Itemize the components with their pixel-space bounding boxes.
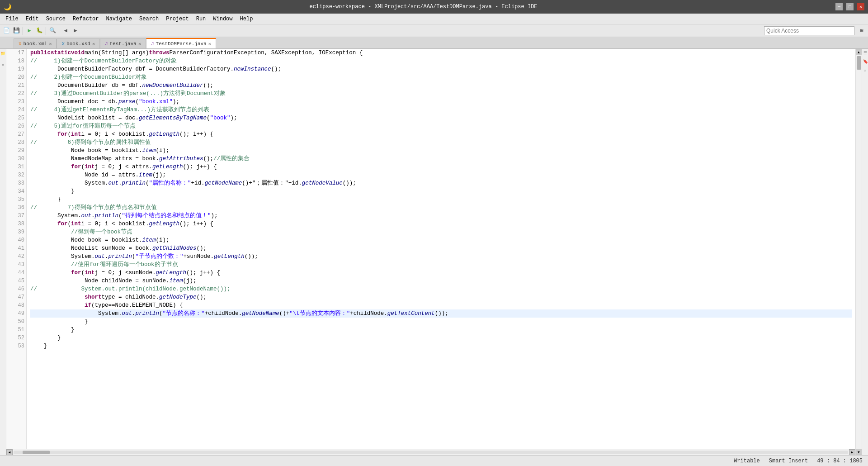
scroll-up-button[interactable]: ▲ xyxy=(856,49,862,55)
code-editor: 17 18 19 20 21 22 23 24 25 26 27 28 29 3… xyxy=(6,49,855,455)
horizontal-scroll-thumb[interactable] xyxy=(23,451,50,454)
menu-run[interactable]: Run xyxy=(193,15,210,23)
status-insert: Smart Insert xyxy=(769,458,808,464)
horizontal-scroll-track[interactable] xyxy=(14,451,848,454)
code-line-40: Node book = booklist.item(i); xyxy=(30,236,852,244)
vertical-scrollbar[interactable]: ▲ ▼ xyxy=(855,49,862,455)
forward-icon[interactable]: ▶ xyxy=(71,26,80,35)
code-line-52: } xyxy=(30,334,852,342)
status-position: 49 : 84 : 1805 xyxy=(817,458,863,464)
code-line-21: DocumentBuilder db = dbf.newDocumentBuil… xyxy=(30,81,852,90)
bookmarks-icon[interactable]: 🔖 xyxy=(862,57,868,66)
code-line-51: } xyxy=(30,326,852,334)
code-content[interactable]: public static void main(String[] args) t… xyxy=(27,49,855,449)
tab-book-xml[interactable]: X book.xml ✕ xyxy=(14,38,57,48)
code-line-39: //得到每一个book节点 xyxy=(30,228,852,236)
code-scroll-area[interactable]: 17 18 19 20 21 22 23 24 25 26 27 28 29 3… xyxy=(6,49,855,449)
menu-project[interactable]: Project xyxy=(162,15,192,23)
menu-help[interactable]: Help xyxy=(236,15,257,23)
perspective-icon[interactable]: ⊞ xyxy=(857,26,866,35)
quick-access-box xyxy=(764,26,854,35)
code-line-53: } xyxy=(30,342,852,350)
tab-icon-book-xsd: X xyxy=(61,41,65,47)
status-bar: Writable Smart Insert 49 : 84 : 1805 xyxy=(0,455,868,466)
code-line-29: Node book = booklist.item(i); xyxy=(30,147,852,155)
toolbar-separator-1 xyxy=(23,27,23,35)
menu-edit[interactable]: Edit xyxy=(22,15,42,23)
main-area: 📁 ≡ 17 18 19 20 21 22 23 24 25 26 27 28 … xyxy=(0,49,868,455)
menu-window[interactable]: Window xyxy=(209,15,236,23)
tab-label-book-xsd: book.xsd xyxy=(66,41,90,47)
code-line-36: // 7)得到每个节点的节点名和节点值 xyxy=(30,204,852,212)
toolbar: 📄 💾 ▶ 🐛 🔍 ◀ ▶ ⊞ xyxy=(0,24,868,37)
title-bar-icon: 🌙 xyxy=(4,3,11,11)
tab-icon-testdomparse-java: J xyxy=(151,41,154,47)
code-line-37: System.out.println("得到每个结点的名和结点的值！"); xyxy=(30,212,852,220)
outline-icon[interactable]: ≡ xyxy=(2,62,4,70)
code-line-17: public static void main(String[] args) t… xyxy=(30,49,852,57)
close-tab-test-java[interactable]: ✕ xyxy=(138,41,141,47)
code-line-22: // 3)通过DocumentBuilder的parse(...)方法得到Doc… xyxy=(30,90,852,98)
run-icon[interactable]: ▶ xyxy=(25,26,34,35)
problems-icon[interactable]: ⚠ xyxy=(862,66,868,75)
vertical-scroll-thumb[interactable] xyxy=(857,56,861,70)
menu-file[interactable]: File xyxy=(2,15,22,23)
close-tab-book-xml[interactable]: ✕ xyxy=(49,41,52,47)
tab-label-testdomparse-java: TestDOMParse.java xyxy=(156,41,207,47)
menu-refactor[interactable]: Refactor xyxy=(69,15,103,23)
code-line-18: // 1)创建一个DocumentBuilderFactory的对象 xyxy=(30,57,852,65)
tab-label-book-xml: book.xml xyxy=(24,41,47,47)
code-line-28: // 6)得到每个节点的属性和属性值 xyxy=(30,138,852,147)
vertical-scroll-track-area xyxy=(857,55,861,449)
code-line-38: for (int i = 0; i < booklist.getLength()… xyxy=(30,220,852,228)
tab-icon-book-xml: X xyxy=(19,41,22,47)
scroll-down-button[interactable]: ▼ xyxy=(856,449,862,455)
title-bar: 🌙 eclipse-workspace - XMLProject/src/AAA… xyxy=(0,0,868,14)
tab-label-test-java: test.java xyxy=(110,41,137,47)
package-explorer-icon[interactable]: 📁 xyxy=(0,50,5,58)
scroll-right-button[interactable]: ▶ xyxy=(849,449,855,456)
quick-access-input[interactable] xyxy=(764,26,854,35)
save-icon[interactable]: 💾 xyxy=(12,26,21,35)
tab-icon-test-java: J xyxy=(105,41,108,47)
left-gutter: 📁 ≡ xyxy=(0,49,6,455)
tab-test-java[interactable]: J test.java ✕ xyxy=(100,38,146,48)
scroll-left-button[interactable]: ◀ xyxy=(6,449,13,456)
code-line-42: System.out.println("子节点的个数："+sunNode.get… xyxy=(30,252,852,261)
code-line-48: if (type==Node.ELEMENT_NODE) { xyxy=(30,301,852,309)
minimize-button[interactable]: ─ xyxy=(835,3,843,10)
toolbar-separator-2 xyxy=(46,27,46,35)
code-line-27: for (int i = 0; i < booklist.getLength()… xyxy=(30,130,852,138)
code-line-49: System.out.println("节点的名称："+childNode.ge… xyxy=(30,309,852,318)
code-line-41: NodeList sunNode = book.getChildNodes(); xyxy=(30,244,852,252)
close-tab-book-xsd[interactable]: ✕ xyxy=(92,41,95,47)
code-line-25: NodeList booklist = doc.getElementsByTag… xyxy=(30,114,852,122)
code-line-47: short type = childNode.getNodeType(); xyxy=(30,293,852,301)
code-line-23: Document doc = db.parse("book.xml"); xyxy=(30,98,852,106)
new-file-icon[interactable]: 📄 xyxy=(2,26,11,35)
menu-source[interactable]: Source xyxy=(42,15,69,23)
search-icon[interactable]: 🔍 xyxy=(48,26,57,35)
debug-icon[interactable]: 🐛 xyxy=(35,26,44,35)
code-line-33: System.out.println("属性的名称："+id.getNodeNa… xyxy=(30,179,852,187)
horizontal-scrollbar[interactable]: ◀ ▶ xyxy=(6,449,855,455)
code-line-19: DocumentBuilderFactory dbf = DocumentBui… xyxy=(30,65,852,73)
code-line-20: // 2)创建一个DocumentBuilder对象 xyxy=(30,73,852,81)
task-list-icon[interactable]: ☰ xyxy=(862,49,868,57)
window-controls: ─ □ ✕ xyxy=(835,3,864,10)
code-line-45: Node childNode = sunNode.item(j); xyxy=(30,277,852,285)
code-line-43: //使用for循环遍历每一个book的子节点 xyxy=(30,261,852,269)
tab-book-xsd[interactable]: X book.xsd ✕ xyxy=(57,38,99,48)
back-icon[interactable]: ◀ xyxy=(61,26,70,35)
menu-navigate[interactable]: Navigate xyxy=(102,15,136,23)
close-tab-testdomparse-java[interactable]: ✕ xyxy=(208,41,211,47)
code-line-35: } xyxy=(30,195,852,204)
close-button[interactable]: ✕ xyxy=(857,3,864,10)
tab-testdomparse-java[interactable]: J TestDOMParse.java ✕ xyxy=(146,38,216,48)
status-mode: Writable xyxy=(734,458,760,464)
menu-search[interactable]: Search xyxy=(136,15,162,23)
menu-bar: File Edit Source Refactor Navigate Searc… xyxy=(0,14,868,24)
code-line-24: // 4)通过getElementsByTagNam...)方法获取到节点的列表 xyxy=(30,106,852,114)
maximize-button[interactable]: □ xyxy=(846,3,854,10)
code-line-34: } xyxy=(30,187,852,195)
